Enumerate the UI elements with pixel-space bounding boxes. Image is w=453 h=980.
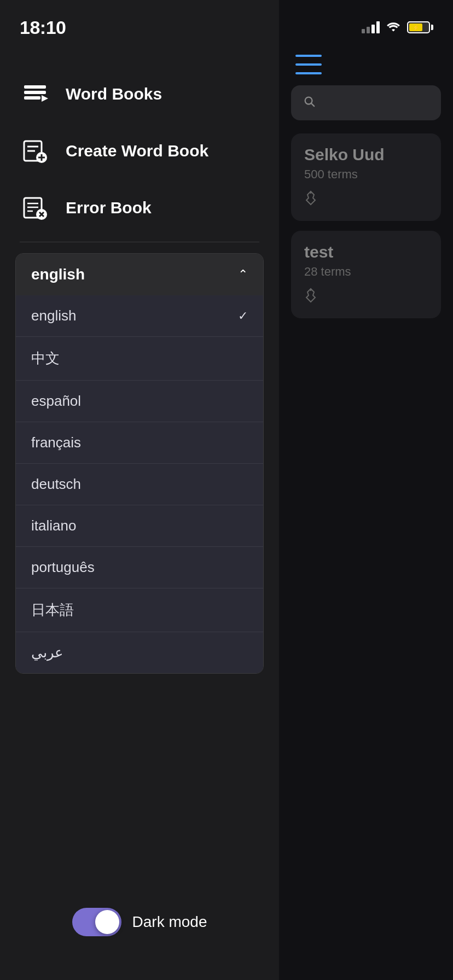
card-terms-selko: 500 terms xyxy=(304,167,428,182)
pin-icon-test[interactable] xyxy=(304,288,428,306)
language-option-english-label: english xyxy=(31,307,76,324)
language-option-english[interactable]: english ✓ xyxy=(16,295,263,336)
pin-icon-selko[interactable] xyxy=(304,190,428,209)
battery-bolt: ⚡ xyxy=(413,25,419,31)
word-books-label: Word Books xyxy=(66,85,162,103)
svg-rect-1 xyxy=(24,91,46,94)
language-option-german-label: deutsch xyxy=(31,476,81,493)
signal-bar-2 xyxy=(367,27,370,33)
language-option-italian-label: italiano xyxy=(31,517,76,534)
language-dropdown: english ✓ 中文 español français deutsch xyxy=(16,295,263,673)
svg-line-18 xyxy=(311,103,314,106)
svg-marker-3 xyxy=(42,95,48,102)
word-book-card-selko[interactable]: Selko Uud 500 terms xyxy=(291,133,441,221)
language-selector: english ⌃ english ✓ 中文 español xyxy=(15,253,264,674)
language-option-french[interactable]: français xyxy=(16,422,263,463)
language-selected-label: english xyxy=(31,266,85,283)
dark-mode-toggle[interactable] xyxy=(72,908,121,936)
language-option-german[interactable]: deutsch xyxy=(16,463,263,505)
battery-tip xyxy=(431,25,433,30)
sidebar-item-error-book[interactable]: Error Book xyxy=(0,179,279,236)
chevron-up-icon: ⌃ xyxy=(238,267,248,282)
status-icons: ⚡ xyxy=(362,21,433,33)
language-option-japanese-label: 日本語 xyxy=(31,600,74,620)
toggle-knob xyxy=(95,910,119,934)
word-books-icon xyxy=(20,79,50,109)
dark-mode-bar: Dark mode xyxy=(0,908,279,936)
sidebar: Word Books Create Word Book xyxy=(0,0,279,980)
create-word-book-icon xyxy=(20,136,50,166)
language-header[interactable]: english ⌃ xyxy=(16,254,263,295)
language-option-arabic-label: عربي xyxy=(31,644,63,661)
card-title-selko: Selko Uud xyxy=(304,145,428,164)
error-book-label: Error Book xyxy=(66,199,152,217)
signal-bar-4 xyxy=(376,21,380,33)
hamburger-line-1 xyxy=(295,55,322,57)
sidebar-item-word-books[interactable]: Word Books xyxy=(0,66,279,122)
hamburger-line-2 xyxy=(295,63,322,66)
svg-rect-0 xyxy=(24,85,46,89)
svg-rect-2 xyxy=(24,96,40,100)
language-option-portuguese-label: português xyxy=(31,559,95,576)
check-icon-english: ✓ xyxy=(238,309,248,323)
hamburger-button[interactable] xyxy=(295,55,322,74)
signal-bar-3 xyxy=(371,25,375,33)
create-word-book-label: Create Word Book xyxy=(66,142,208,160)
right-panel: Selko Uud 500 terms test 28 terms xyxy=(279,0,453,980)
sidebar-nav: Word Books Create Word Book xyxy=(0,55,279,696)
signal-icon xyxy=(362,21,380,33)
wifi-icon xyxy=(386,22,400,33)
search-icon xyxy=(303,95,315,110)
battery-icon: ⚡ xyxy=(407,21,433,33)
sidebar-item-create-word-book[interactable]: Create Word Book xyxy=(0,122,279,179)
battery-body: ⚡ xyxy=(407,21,430,33)
dark-mode-label: Dark mode xyxy=(132,913,207,931)
language-option-italian[interactable]: italiano xyxy=(16,505,263,546)
language-option-arabic[interactable]: عربي xyxy=(16,632,263,673)
language-option-portuguese[interactable]: português xyxy=(16,546,263,588)
status-time: 18:10 xyxy=(20,17,66,38)
status-bar: 18:10 ⚡ xyxy=(0,0,453,44)
language-option-french-label: français xyxy=(31,434,81,451)
language-option-chinese-label: 中文 xyxy=(31,349,60,368)
error-book-icon xyxy=(20,192,50,223)
language-option-spanish-label: español xyxy=(31,393,81,410)
card-title-test: test xyxy=(304,243,428,261)
language-option-japanese[interactable]: 日本語 xyxy=(16,588,263,632)
word-book-card-test[interactable]: test 28 terms xyxy=(291,231,441,318)
card-terms-test: 28 terms xyxy=(304,265,428,279)
nav-divider xyxy=(20,242,259,242)
search-bar[interactable] xyxy=(291,85,441,120)
language-option-chinese[interactable]: 中文 xyxy=(16,336,263,380)
signal-bar-1 xyxy=(362,29,365,33)
hamburger-line-3 xyxy=(295,72,322,74)
language-option-spanish[interactable]: español xyxy=(16,380,263,422)
battery-fill: ⚡ xyxy=(409,24,422,31)
